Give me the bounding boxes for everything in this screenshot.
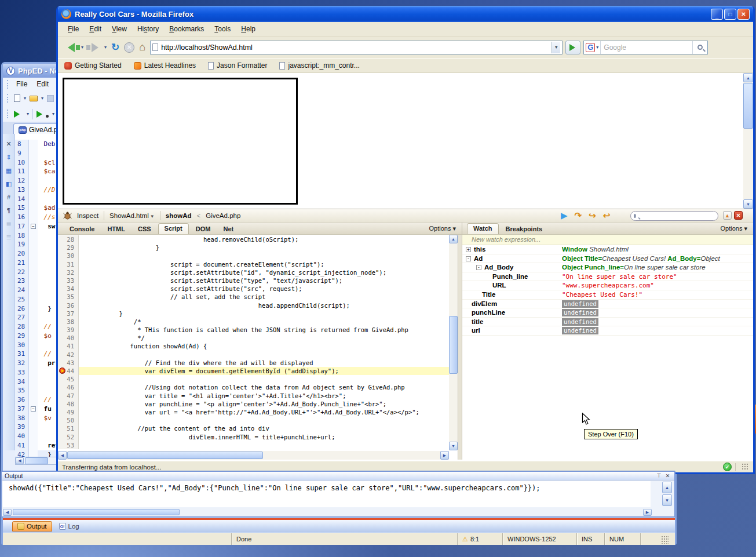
tab-css[interactable]: CSS	[132, 224, 157, 234]
output-horizontal-scrollbar[interactable]: ◀ ▶	[3, 508, 652, 516]
bookmark-item[interactable]: Getting Started	[64, 61, 129, 70]
close-button[interactable]: ✕	[737, 9, 750, 20]
scroll-up-icon[interactable]: ▲	[662, 482, 672, 493]
code-line[interactable]: 40 */	[58, 334, 449, 342]
menu-help[interactable]: Help	[236, 23, 261, 35]
code-line[interactable]: 29 }	[58, 243, 449, 252]
code-line[interactable]: 50	[58, 416, 449, 424]
bottom-tab-output[interactable]: Output	[12, 521, 52, 531]
search-engine-button[interactable]: G▾	[584, 41, 601, 54]
reload-button[interactable]: ↻	[111, 41, 119, 53]
scroll-left-icon[interactable]: ◀	[16, 457, 24, 464]
menu-edit[interactable]: Edit	[84, 23, 107, 35]
chevron-down-icon[interactable]: ▾	[81, 45, 83, 50]
close-icon[interactable]: ✕	[664, 472, 671, 479]
code-line[interactable]: 47 var title = "<h1 align='center'>"+Ad.…	[58, 392, 449, 400]
output-content[interactable]: showAd({"Title":"Cheapest Used Cars!","A…	[3, 481, 651, 507]
close-icon[interactable]: ✕	[5, 140, 13, 148]
menu-view[interactable]: View	[107, 23, 132, 35]
watch-row[interactable]: URL"www.supercheapcars.com"	[462, 281, 753, 290]
back-button[interactable]: ▾	[63, 43, 83, 52]
pin-icon[interactable]: ⊤	[655, 472, 663, 479]
output-panel-titlebar[interactable]: Output ⊤ ✕	[2, 472, 674, 480]
open-file-icon[interactable]	[30, 96, 38, 101]
scrollbar-thumb[interactable]	[25, 457, 48, 464]
watch-row[interactable]: -AdObject Title=Cheapest Used Cars! Ad_B…	[462, 254, 753, 264]
page-vertical-scrollbar[interactable]: ▲ ▼	[743, 73, 753, 209]
step-into-button[interactable]: ↪	[589, 210, 596, 221]
scrollbar-thumb[interactable]	[449, 316, 458, 374]
code-line[interactable]: 31 script = document.createElement("scri…	[58, 260, 449, 268]
margin-icon[interactable]: ◧	[5, 180, 13, 188]
hash-icon[interactable]: #	[5, 193, 13, 201]
forward-button[interactable]: ▾	[86, 43, 107, 52]
code-line[interactable]: 30	[58, 252, 449, 260]
code-line[interactable]: 49 var url = "<a href='http://"+Ad.Ad_Bo…	[58, 408, 449, 416]
firebug-ok-icon[interactable]: ✓	[723, 463, 732, 471]
scroll-left-icon[interactable]: ◀	[58, 451, 67, 460]
go-button[interactable]	[565, 41, 580, 54]
menu-bookmarks[interactable]: Bookmarks	[164, 23, 209, 35]
scrollbar-thumb[interactable]	[743, 83, 753, 129]
phped-menu-file[interactable]: File	[12, 79, 32, 89]
code-line[interactable]: 35 // all set, add the script	[58, 293, 449, 301]
minimize-button[interactable]: _	[711, 9, 723, 20]
menu-file[interactable]: File	[63, 23, 84, 35]
code-line[interactable]: 52 divElem.innerHTML = title+punchLine+u…	[58, 433, 449, 441]
breakpoint-icon[interactable]	[59, 367, 65, 374]
run-debug-icon[interactable]	[36, 111, 46, 118]
fold-collapse-icon[interactable]: −	[31, 406, 36, 412]
pane-splitter[interactable]	[458, 235, 462, 460]
code-line[interactable]: 37 }	[58, 310, 449, 318]
code-line[interactable]: 41 function showAd(Ad) {	[58, 342, 449, 350]
firefox-titlebar[interactable]: Really Cool Cars - Mozilla Firefox _ □ ✕	[58, 6, 753, 22]
tab-script[interactable]: Script	[158, 223, 189, 234]
search-go-button[interactable]	[692, 41, 707, 54]
chevron-down-icon[interactable]: ▾	[52, 111, 54, 117]
scrollbar-thumb[interactable]	[13, 509, 180, 515]
resize-grip[interactable]	[661, 536, 669, 544]
script-horizontal-scrollbar[interactable]: ◀ ▶	[58, 451, 449, 460]
new-file-icon[interactable]	[14, 94, 20, 102]
watch-row[interactable]: Punch_line"On line super sale car store"	[462, 272, 753, 282]
code-line[interactable]: 33 script.setAttribute("type", "text/jav…	[58, 276, 449, 285]
bookmark-item[interactable]: Jason Formatter	[208, 61, 274, 70]
firebug-detach-button[interactable]: ▲	[723, 211, 732, 220]
tab-watch[interactable]: Watch	[467, 223, 499, 234]
code-line[interactable]: 43 // Find the div where the ad will be …	[58, 359, 449, 367]
caller-file[interactable]: GiveAd.php	[206, 212, 240, 219]
scroll-down-icon[interactable]: ▼	[449, 442, 458, 450]
code-line[interactable]: 32 script.setAttribute("id", "dynamic_sc…	[58, 268, 449, 276]
grid-icon[interactable]: ▦	[5, 166, 13, 174]
expander-icon[interactable]: +	[466, 247, 471, 252]
tab-html[interactable]: HTML	[101, 224, 131, 234]
chevron-down-icon[interactable]: ▾	[104, 45, 107, 50]
code-line[interactable]: 45	[58, 375, 449, 383]
code-line[interactable]: 38 /*	[58, 318, 449, 326]
chevron-down-icon[interactable]: ▾	[27, 111, 29, 117]
firebug-search-box[interactable]	[630, 211, 718, 221]
watch-row[interactable]: Title"Cheapest Used Cars!"	[462, 290, 753, 300]
script-file-dropdown[interactable]: ShowAd.html▼	[109, 212, 155, 219]
expander-icon[interactable]: -	[466, 256, 471, 261]
tab-net[interactable]: Net	[217, 224, 239, 234]
watch-row[interactable]: -Ad_BodyObject Punch_line=On line super …	[462, 263, 753, 272]
watch-row[interactable]: titleundefined	[462, 318, 753, 327]
run-icon[interactable]	[14, 111, 23, 118]
indent-icon[interactable]: ≣	[5, 220, 13, 228]
tab-dom[interactable]: DOM	[190, 224, 217, 234]
continue-button[interactable]: ▶	[561, 210, 568, 221]
home-button[interactable]: ⌂	[139, 41, 145, 53]
code-line[interactable]: 36 head.appendChild(script);	[58, 301, 449, 310]
search-input[interactable]	[601, 43, 692, 52]
expander-icon[interactable]: -	[476, 265, 481, 270]
firebug-options-menu[interactable]: Options ▾	[429, 225, 456, 232]
code-line[interactable]: 44 var divElem = document.getElementById…	[58, 367, 449, 375]
current-function[interactable]: showAd	[166, 212, 192, 219]
code-line[interactable]: 42	[58, 351, 449, 359]
phped-menu-edit[interactable]: Edit	[32, 79, 53, 89]
code-line[interactable]: 53	[58, 441, 449, 449]
watch-row[interactable]: punchLineundefined	[462, 308, 753, 318]
save-icon[interactable]	[47, 95, 54, 102]
watch-options-menu[interactable]: Options ▾	[721, 225, 748, 232]
